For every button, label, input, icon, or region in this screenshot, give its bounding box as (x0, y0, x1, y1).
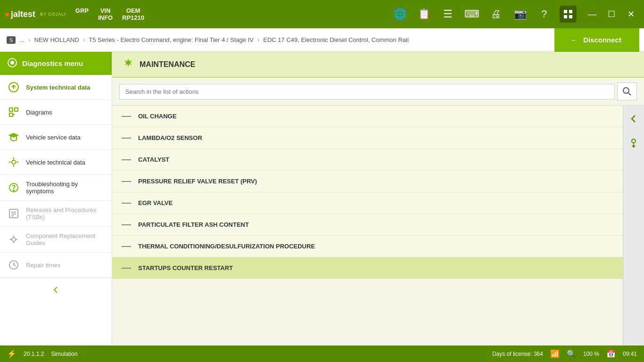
startups-counter-restart-label: STARTUPS COUNTER RESTART (138, 264, 233, 272)
tab-grp[interactable]: GRP (75, 7, 89, 21)
svg-rect-9 (15, 108, 18, 111)
list-item-egr-valve[interactable]: EGR VALVE (112, 192, 623, 214)
sidebar-item-troubleshooting[interactable]: Troubleshooting by symptoms (0, 175, 112, 201)
collapse-sidebar-button[interactable] (0, 278, 112, 302)
pressure-relief-valve-reset-label: PRESSURE RELIEF VALVE RESET (PRV) (138, 178, 257, 185)
list-item-line (122, 181, 131, 182)
list-item-catalyst[interactable]: CATALYST (112, 149, 623, 171)
list-item-oil-change[interactable]: OIL CHANGE (112, 106, 623, 127)
tab-vin-sublabel: INFO (98, 14, 113, 21)
svg-rect-2 (564, 15, 567, 18)
repair-times-icon (7, 258, 20, 272)
vehicle-service-data-label: Vehicle service data (26, 134, 81, 141)
grid-icon[interactable] (560, 6, 577, 23)
sidebar-header-label: Diagnostics menu (22, 59, 83, 67)
camera-icon[interactable]: 📷 (512, 6, 528, 23)
svg-point-12 (12, 160, 16, 164)
search-bar (112, 78, 644, 106)
time-label: 09:41 (623, 351, 637, 357)
list-item-line (122, 116, 131, 117)
logo-area: ● jaltest BY COJALI (5, 9, 66, 19)
releases-procedures-icon (7, 207, 20, 220)
sidebar-header: Diagnostics menu (0, 52, 112, 75)
section-title: MAINTENANCE (140, 60, 195, 69)
probe-button[interactable] (625, 134, 642, 151)
sidebar-item-vehicle-service-data[interactable]: Vehicle service data (0, 125, 112, 150)
list-item-startups-counter-restart[interactable]: STARTUPS COUNTER RESTART (112, 257, 623, 279)
sidebar-item-component-replacement: Component Replacement Guides (0, 227, 112, 253)
svg-rect-10 (9, 113, 13, 116)
help-icon[interactable]: ? (536, 6, 553, 23)
search-button[interactable] (617, 82, 637, 100)
breadcrumb-edc17[interactable]: EDC 17 C49, Electronic Diesel Control, C… (263, 36, 409, 43)
list-item-lambda-o2-sensor[interactable]: LAMBDA/O2 SENSOR (112, 127, 623, 149)
catalyst-label: CATALYST (138, 156, 169, 163)
list-scroll-wrap: OIL CHANGE LAMBDA/O2 SENSOR CATALYST PRE… (112, 106, 644, 346)
right-panel (623, 106, 644, 346)
list-item-thermal-conditioning[interactable]: THERMAL CONDITIONING/DESULFURIZATION PRO… (112, 236, 623, 257)
repair-times-label: Repair times (26, 262, 60, 269)
list-icon[interactable]: ☰ (439, 6, 456, 23)
component-replacement-icon (7, 233, 20, 246)
tab-grp-label: GRP (75, 7, 89, 14)
list-item-line (122, 224, 131, 225)
tab-oem-label: OEM (122, 7, 144, 14)
breadcrumb-ellipsis[interactable]: ... (19, 36, 25, 43)
back-button[interactable] (625, 110, 642, 127)
close-button[interactable]: ✕ (622, 6, 639, 23)
search-input[interactable] (119, 84, 615, 99)
particulate-filter-ash-content-label: PARTICULATE FILTER ASH CONTENT (138, 221, 249, 228)
logo-dot: ● (5, 9, 10, 19)
list-container: OIL CHANGE LAMBDA/O2 SENSOR CATALYST PRE… (112, 106, 623, 346)
keyboard-icon[interactable]: ⌨ (463, 6, 480, 23)
list-item-line (122, 203, 131, 204)
svg-rect-8 (9, 108, 13, 111)
lambda-o2-sensor-label: LAMBDA/O2 SENSOR (138, 134, 202, 141)
main-layout: Diagnostics menu System technical data D… (0, 52, 644, 346)
svg-line-28 (628, 93, 631, 95)
svg-rect-0 (564, 10, 567, 13)
system-technical-data-icon (7, 81, 20, 94)
list-item-pressure-relief-valve-reset[interactable]: PRESSURE RELIEF VALVE RESET (PRV) (112, 171, 623, 192)
header-icons: 🌐 📋 ☰ ⌨ 🖨 📷 ? — ☐ ✕ (391, 6, 639, 23)
version-label: 20.1.1.2 (24, 351, 44, 357)
sidebar: Diagnostics menu System technical data D… (0, 52, 112, 346)
status-right: Days of license: 364 📶 🔍 100 % 📅 09:41 (492, 349, 637, 358)
list-item-line (122, 246, 131, 247)
diagrams-label: Diagrams (26, 109, 52, 116)
sidebar-item-releases-procedures: Releases and Procedures (TSBs) (0, 201, 112, 227)
sidebar-item-system-technical-data[interactable]: System technical data (0, 75, 112, 100)
troubleshooting-icon (7, 181, 20, 194)
breadcrumb-sep-3: › (257, 36, 259, 43)
maximize-button[interactable]: ☐ (603, 6, 620, 23)
diagnostics-menu-icon (7, 58, 17, 69)
component-replacement-label: Component Replacement Guides (26, 232, 105, 247)
breadcrumb-sep-1: › (28, 36, 30, 43)
breadcrumb-sep-2: › (83, 36, 85, 43)
sidebar-item-diagrams[interactable]: Diagrams (0, 100, 112, 125)
tab-oem[interactable]: OEM RP1210 (122, 7, 144, 21)
content-area: MAINTENANCE OIL CHANGE LAMBDA/O2 SENSOR (112, 52, 644, 346)
print-icon[interactable]: 🖨 (487, 6, 504, 23)
s-badge: S (7, 36, 16, 44)
svg-point-18 (13, 190, 14, 191)
breadcrumb-t5-series[interactable]: T5 Series - Electro Command, engine: Fin… (89, 36, 254, 43)
globe-icon[interactable]: 🌐 (391, 6, 408, 23)
breadcrumb-new-holland[interactable]: NEW HOLLAND (34, 36, 79, 43)
minimize-button[interactable]: — (584, 6, 601, 23)
list-item-particulate-filter-ash-content[interactable]: PARTICULATE FILTER ASH CONTENT (112, 214, 623, 236)
vehicle-technical-data-icon (7, 156, 20, 169)
svg-rect-3 (569, 15, 572, 18)
disconnect-label: Disconnect (583, 36, 621, 44)
tab-vin[interactable]: VIN INFO (98, 7, 113, 21)
simulation-label: Simulation (51, 351, 77, 357)
thermal-conditioning-label: THERMAL CONDITIONING/DESULFURIZATION PRO… (138, 243, 315, 250)
status-left: ⚡ 20.1.1.2 Simulation (7, 349, 77, 358)
sidebar-item-vehicle-technical-data[interactable]: Vehicle technical data (0, 150, 112, 175)
header-tabs: GRP VIN INFO OEM RP1210 (75, 7, 144, 21)
top-header: ● jaltest BY COJALI GRP VIN INFO OEM RP1… (0, 0, 644, 28)
list-item-line (122, 268, 131, 269)
disconnect-button[interactable]: ← Disconnect (554, 28, 639, 52)
id-card-icon[interactable]: 📋 (415, 6, 432, 23)
license-label: Days of license: 364 (492, 351, 543, 357)
